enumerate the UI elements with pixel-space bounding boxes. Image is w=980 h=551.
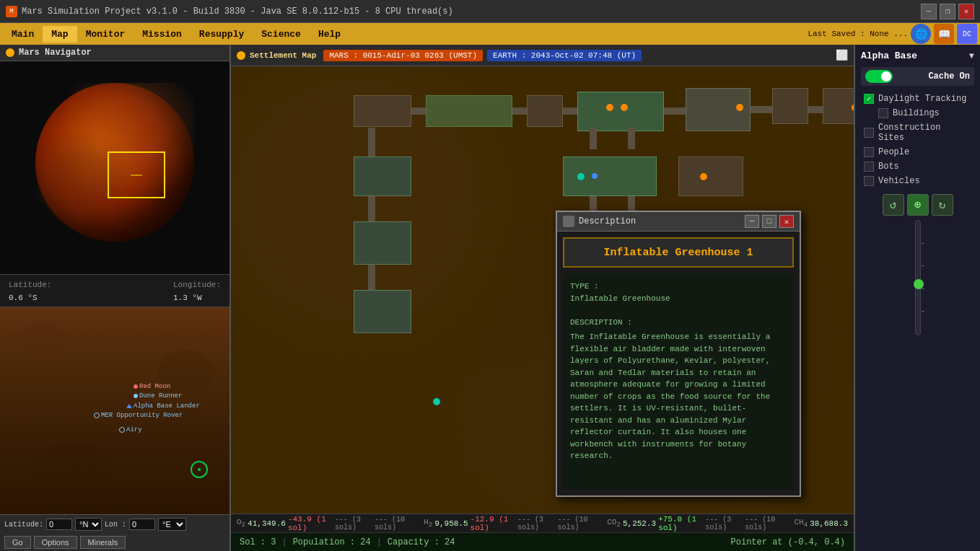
checkbox-daylight-tracking[interactable]: ✓ Daylight Tracking (861, 92, 974, 106)
lon-direction-select[interactable]: °E°W (158, 518, 186, 531)
building-5[interactable] (772, 88, 808, 124)
titlebar-controls[interactable]: ─ ❐ ✕ (921, 4, 974, 19)
center-button[interactable]: ⊕ (907, 194, 929, 216)
latitude-area: Latitude: 0.6 °S (9, 278, 51, 304)
options-button[interactable]: Options (34, 536, 77, 549)
zoom-slider-thumb[interactable] (914, 279, 924, 289)
left-panel: Mars Navigator Latitude: 0.6 °S Longitud… (0, 45, 231, 551)
lat-direction-select[interactable]: °N°S (75, 518, 102, 531)
lon-input[interactable] (129, 519, 155, 530)
center-panel: Settlement Map MARS : 0015-Adir-03 0263 … (231, 45, 854, 551)
building-10[interactable] (678, 157, 743, 196)
capacity-display: Capacity : 24 (388, 537, 455, 547)
mars-icon: M (6, 6, 17, 17)
menu-help[interactable]: Help (310, 26, 349, 43)
menu-monitor[interactable]: Monitor (77, 26, 134, 43)
lat-lon-controls: Latitude: °N°S Lon : °E°W (0, 514, 229, 534)
close-button[interactable]: ✕ (958, 4, 974, 19)
sol-display: Sol : 3 (240, 537, 276, 547)
menu-map[interactable]: Map (43, 26, 76, 43)
cache-toggle[interactable]: Cache On (861, 67, 974, 86)
connector-5 (751, 106, 772, 113)
minimize-button[interactable]: ─ (921, 4, 937, 19)
menu-mission[interactable]: Mission (134, 26, 191, 43)
menu-science[interactable]: Science (253, 26, 310, 43)
checkbox-people[interactable]: People (861, 145, 974, 159)
pointer-display: Pointer at (-0.4, 0.4) (731, 537, 845, 547)
building-11[interactable] (354, 157, 411, 196)
map-controls: ↺ ⊕ ↻ (861, 194, 974, 216)
settlement-map-title: Settlement Map (250, 51, 316, 60)
coords-bar: Latitude: 0.6 °S Longitude: 1.3 °W (0, 274, 229, 307)
vehicle-dune-runner[interactable]: Dune Runner (134, 392, 182, 400)
lon-input-label: Lon : (105, 521, 126, 529)
checkbox-buildings[interactable]: Buildings (875, 106, 974, 120)
check-construction-icon (864, 128, 874, 138)
selection-box (108, 151, 165, 198)
zoom-slider-track[interactable] (915, 220, 921, 335)
last-saved-label: Last Saved : None ... (808, 30, 908, 38)
building-1[interactable] (354, 95, 411, 127)
main-content: Mars Navigator Latitude: 0.6 °S Longitud… (0, 45, 980, 551)
rotate-right-button[interactable]: ↻ (932, 194, 953, 216)
check-bots-icon (864, 162, 874, 172)
check-daylight-icon: ✓ (864, 94, 874, 104)
dialog-window-controls[interactable]: ─ □ ✕ (745, 215, 794, 228)
co2-change: +75.0 (1 sol) (658, 515, 703, 532)
building-15[interactable] (354, 290, 411, 333)
go-button[interactable]: Go (4, 536, 31, 549)
menu-resupply[interactable]: Resupply (191, 26, 253, 43)
longitude-label: Longitude: (173, 281, 221, 289)
vehicle-airy[interactable]: Airy (119, 426, 142, 433)
dialog-minimize-button[interactable]: ─ (745, 215, 759, 228)
settlement-map-area[interactable]: Description ─ □ ✕ Inflatable Greenhouse … (231, 66, 854, 513)
building-greenhouse-top[interactable] (577, 92, 664, 131)
navigator-buttons: Go Options Minerals (0, 534, 229, 551)
longitude-area: Longitude: 1.3 °W (173, 278, 221, 304)
rotate-left-button[interactable]: ↺ (883, 194, 904, 216)
co2-10sols: --- (10 sols) (745, 516, 785, 532)
dialog-body[interactable]: TYPE : Inflatable Greenhouse DESCRIPTION… (563, 273, 794, 490)
check-vehicles-icon (864, 176, 874, 186)
minerals-button[interactable]: Minerals (80, 536, 126, 549)
v-connector-9 (368, 265, 375, 290)
maximize-map-button[interactable]: ⬜ (836, 49, 848, 61)
dialog-close-button[interactable]: ✕ (779, 215, 794, 228)
building-3[interactable] (527, 95, 563, 127)
base-selector[interactable]: Alpha Base ▼ (861, 50, 974, 61)
checkbox-construction[interactable]: Construction Sites (861, 120, 974, 145)
settlement-status-dot (237, 51, 245, 60)
vehicle-alpha-base-lander[interactable]: Alpha Base Lander (126, 402, 200, 410)
dialog-type-label: TYPE : (570, 282, 599, 291)
building-13[interactable] (354, 221, 411, 265)
dropdown-arrow-icon[interactable]: ▼ (969, 51, 974, 61)
titlebar-left: M Mars Simulation Project v3.1.0 - Build… (6, 6, 453, 17)
globe-icon[interactable]: 🌐 (911, 24, 931, 44)
dialog-maximize-button[interactable]: □ (762, 215, 776, 228)
menu-main[interactable]: Main (3, 26, 43, 43)
h2-change: -12.9 (1 sol) (471, 515, 515, 532)
building-2[interactable] (426, 95, 512, 127)
connector-1 (411, 107, 426, 115)
book-icon[interactable]: 📖 (934, 24, 954, 44)
vehicle-red-moon[interactable]: Red Moon (134, 383, 170, 390)
restore-button[interactable]: ❐ (940, 4, 955, 19)
h2-label: H2 (424, 518, 432, 529)
discord-icon[interactable]: DC (957, 24, 977, 44)
checkbox-bots[interactable]: Bots (861, 159, 974, 174)
building-6[interactable] (823, 88, 854, 124)
mars-globe-area (0, 61, 229, 274)
lat-input-label: Latitude: (4, 521, 43, 529)
longitude-value: 1.3 °W (173, 294, 202, 302)
base-name: Alpha Base (861, 50, 917, 61)
check-buildings-label: Buildings (893, 108, 940, 118)
lat-input[interactable] (46, 519, 72, 530)
compass-indicator (191, 461, 208, 478)
vehicle-mer-opportunity[interactable]: MER Opportunity Rover (94, 412, 183, 419)
latitude-value: 0.6 °S (9, 294, 38, 302)
checkbox-vehicles[interactable]: Vehicles (861, 174, 974, 188)
dialog-desc-section: DESCRIPTION : The Inflatable Greenhouse … (570, 317, 787, 462)
navigator-header: Mars Navigator (0, 45, 229, 61)
o2-value: 41,349.6 (248, 519, 286, 528)
cache-toggle-switch[interactable] (865, 70, 893, 83)
